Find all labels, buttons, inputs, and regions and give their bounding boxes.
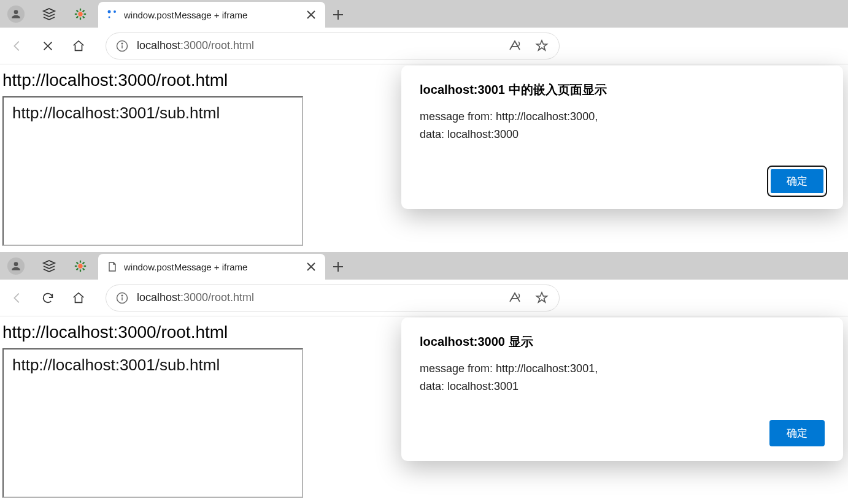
favorite-star-icon[interactable] [534,39,549,53]
browser-tab[interactable]: window.postMessage + iframe [98,2,325,28]
alert-actions: 确定 [420,168,825,194]
svg-line-8 [83,10,85,12]
url-host: localhost [137,291,180,304]
browser-tab[interactable]: window.postMessage + iframe [98,254,325,280]
url-text: localhost:3000/root.html [137,39,254,52]
alert-ok-button[interactable]: 确定 [769,168,825,194]
svg-line-28 [83,268,85,270]
tab-close-button[interactable] [306,9,317,20]
svg-point-37 [121,295,123,296]
url-host: localhost [137,39,180,52]
iframe-url-text: http://localhost:3001/sub.html [12,104,293,123]
read-aloud-icon[interactable] [507,39,522,53]
extension-gear-icon[interactable] [74,7,87,21]
svg-line-29 [77,268,79,270]
extension-gear-icon[interactable] [74,259,87,273]
url-text: localhost:3000/root.html [137,291,254,304]
alert-title: localhost:3000 显示 [420,334,825,350]
back-button [5,34,29,58]
iframe-container: http://localhost:3001/sub.html [2,96,303,246]
svg-point-22 [78,264,82,268]
svg-point-0 [78,12,82,16]
svg-line-5 [77,10,79,12]
svg-line-6 [83,16,85,18]
site-info-icon[interactable] [116,292,128,304]
iframe-container: http://localhost:3001/sub.html [2,348,303,498]
alert-title: localhost:3001 中的嵌入页面显示 [420,82,825,98]
url-path: :3000/root.html [180,291,254,304]
alert-actions: 确定 [420,420,825,446]
page-content: http://localhost:3000/root.html http://l… [0,64,848,252]
svg-point-11 [109,17,110,18]
svg-line-30 [83,262,85,264]
tab-title: window.postMessage + iframe [124,262,299,272]
address-bar[interactable]: localhost:3000/root.html [106,32,560,59]
svg-line-7 [77,16,79,18]
alert-message: message from: http://localhost:3000, dat… [420,108,825,143]
profile-avatar-icon[interactable] [7,6,25,23]
alert-dialog: localhost:3000 显示 message from: http://l… [401,318,843,461]
new-tab-button[interactable] [325,254,351,280]
toolbar: localhost:3000/root.html [0,280,848,316]
address-bar[interactable]: localhost:3000/root.html [106,284,560,311]
workspaces-icon[interactable] [42,259,56,273]
iframe-url-text: http://localhost:3001/sub.html [12,356,293,375]
profile-avatar-icon[interactable] [7,258,25,275]
home-button[interactable] [66,34,91,58]
stop-button[interactable] [36,34,60,58]
toolbar: localhost:3000/root.html [0,28,848,64]
tab-loading-icon [107,9,118,20]
url-path: :3000/root.html [180,39,254,52]
alert-message: message from: http://localhost:3001, dat… [420,360,825,395]
svg-point-20 [121,43,123,44]
tab-close-button[interactable] [306,261,317,272]
new-tab-button[interactable] [325,2,351,28]
tab-bar-prefix [0,0,98,28]
home-button[interactable] [66,286,91,310]
address-actions [507,291,549,305]
site-info-icon[interactable] [116,40,128,52]
address-actions [507,39,549,53]
favorite-star-icon[interactable] [534,291,549,305]
refresh-button[interactable] [36,286,60,310]
browser-window-1: window.postMessage + iframe [0,0,848,252]
tab-bar-prefix [0,252,98,280]
tab-title: window.postMessage + iframe [124,10,299,20]
tab-bar: window.postMessage + iframe [0,252,848,280]
tab-page-icon [107,261,118,272]
svg-point-10 [114,10,116,13]
svg-line-27 [77,262,79,264]
alert-dialog: localhost:3001 中的嵌入页面显示 message from: ht… [401,66,843,209]
workspaces-icon[interactable] [42,7,56,21]
alert-ok-button[interactable]: 确定 [769,420,825,446]
browser-window-2: window.postMessage + iframe [0,252,848,504]
back-button [5,286,29,310]
read-aloud-icon[interactable] [507,291,522,305]
svg-point-9 [108,10,111,13]
page-content: http://localhost:3000/root.html http://l… [0,316,848,504]
tab-bar: window.postMessage + iframe [0,0,848,28]
